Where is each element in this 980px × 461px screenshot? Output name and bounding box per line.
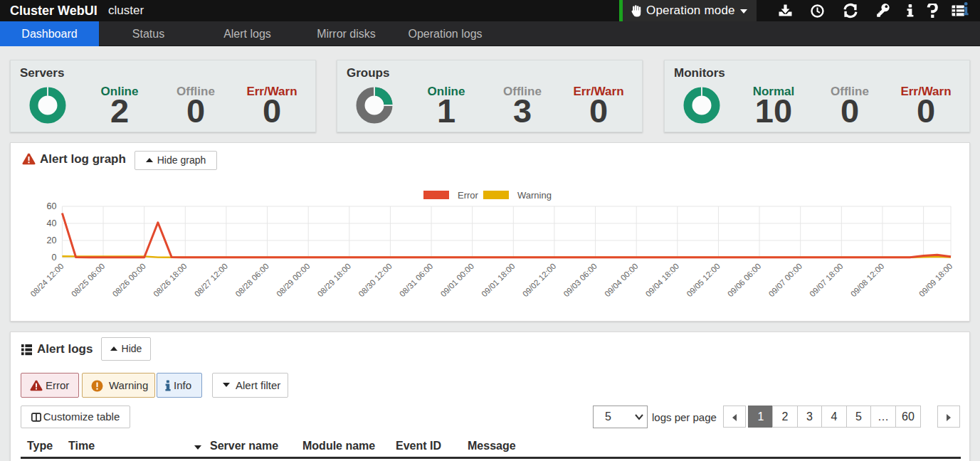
svg-text:08/29 18:00: 08/29 18:00 bbox=[316, 262, 352, 298]
svg-text:08/26 18:00: 08/26 18:00 bbox=[152, 262, 188, 298]
svg-text:08/27 12:00: 08/27 12:00 bbox=[193, 262, 229, 298]
svg-text:08/26 00:00: 08/26 00:00 bbox=[111, 262, 147, 298]
svg-text:08/25 06:00: 08/25 06:00 bbox=[70, 262, 106, 298]
svg-text:09/01 18:00: 09/01 18:00 bbox=[480, 262, 516, 298]
svg-text:08/28 06:00: 08/28 06:00 bbox=[233, 262, 270, 298]
svg-text:60: 60 bbox=[47, 201, 57, 211]
svg-text:09/04 18:00: 09/04 18:00 bbox=[644, 262, 680, 298]
svg-text:08/31 06:00: 08/31 06:00 bbox=[398, 262, 434, 298]
svg-text:08/24 12:00: 08/24 12:00 bbox=[28, 262, 65, 298]
svg-text:20: 20 bbox=[47, 235, 57, 245]
svg-text:09/07 00:00: 09/07 00:00 bbox=[767, 262, 804, 298]
svg-text:08/30 12:00: 08/30 12:00 bbox=[357, 262, 393, 298]
svg-text:0: 0 bbox=[52, 253, 57, 263]
svg-text:09/07 18:00: 09/07 18:00 bbox=[808, 262, 844, 298]
svg-text:09/05 12:00: 09/05 12:00 bbox=[685, 262, 721, 298]
svg-text:09/06 06:00: 09/06 06:00 bbox=[726, 262, 762, 298]
svg-text:09/02 12:00: 09/02 12:00 bbox=[521, 262, 557, 298]
svg-text:09/04 00:00: 09/04 00:00 bbox=[603, 262, 639, 298]
svg-text:09/01 00:00: 09/01 00:00 bbox=[439, 262, 475, 298]
svg-text:09/08 12:00: 09/08 12:00 bbox=[849, 262, 885, 298]
svg-text:09/03 06:00: 09/03 06:00 bbox=[562, 262, 599, 298]
svg-text:08/29 00:00: 08/29 00:00 bbox=[275, 262, 311, 298]
svg-text:09/09 18:00: 09/09 18:00 bbox=[917, 262, 954, 298]
svg-text:40: 40 bbox=[47, 218, 57, 228]
